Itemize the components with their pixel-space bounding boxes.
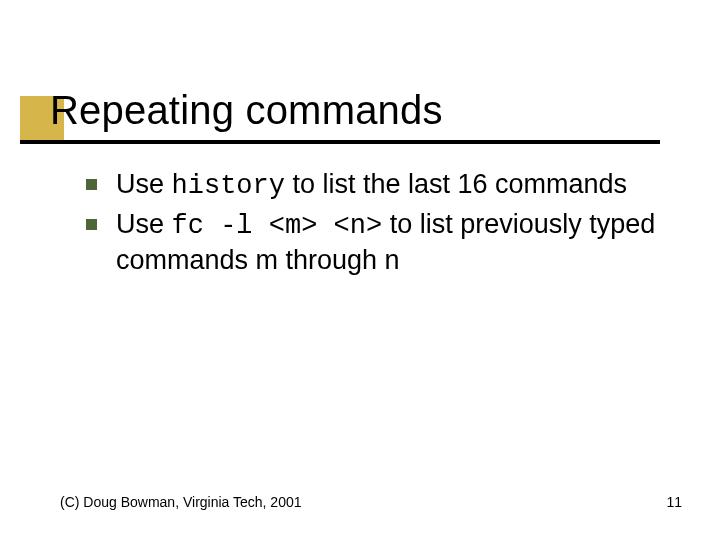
square-bullet-icon xyxy=(86,219,97,230)
title-block: Repeating commands xyxy=(20,88,443,132)
footer-copyright: (C) Doug Bowman, Virginia Tech, 2001 xyxy=(60,494,302,510)
square-bullet-icon xyxy=(86,179,97,190)
title-underline xyxy=(20,140,660,144)
item-text: Use fc -l <m> <n> to list previously typ… xyxy=(116,209,655,275)
slide-title: Repeating commands xyxy=(20,88,443,132)
bullet-item: Use fc -l <m> <n> to list previously typ… xyxy=(80,208,662,278)
item-text: Use history to list the last 16 commands xyxy=(116,169,627,199)
bullet-item: Use history to list the last 16 commands xyxy=(80,168,662,204)
slide: Repeating commands Use history to list t… xyxy=(0,0,720,540)
slide-number: 11 xyxy=(666,494,682,510)
body-content: Use history to list the last 16 commands… xyxy=(80,168,662,281)
